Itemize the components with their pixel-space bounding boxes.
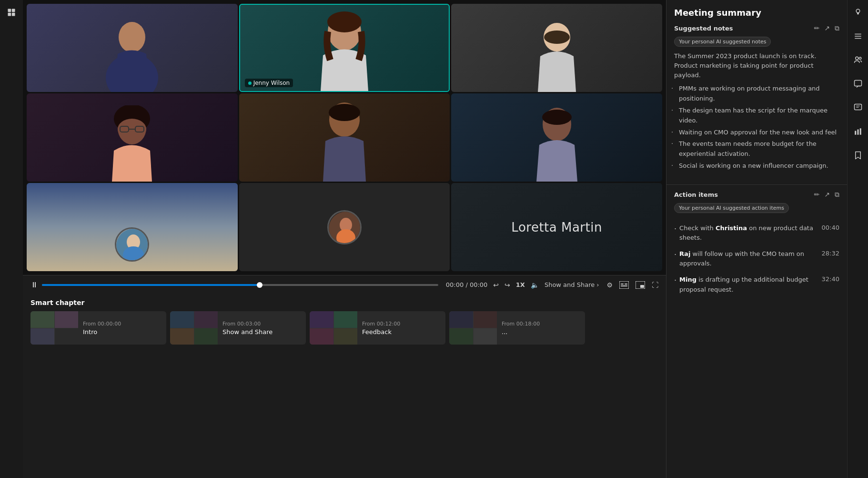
svg-rect-2 [8,13,11,16]
bullet-2: · [674,249,676,259]
bullet-3: · [674,275,676,285]
panel-header: Meeting summary Suggested notes ✏️ ↗ ⧉ [666,0,847,36]
people-icon[interactable] [851,53,865,67]
svg-rect-46 [859,128,861,135]
notes-bullets: PMMs are working on product messaging an… [666,84,847,173]
chapter-from-2: From 00:03:00 [222,321,301,327]
video-cell-6[interactable] [451,93,662,182]
edit-notes-icon[interactable]: ✏️ [814,24,820,32]
action-item-1-before: Check with [679,224,716,232]
svg-point-38 [855,57,858,60]
volume-icon[interactable]: 🔈 [531,281,539,289]
action-item-1-time: 00:40 [822,224,839,231]
grid-icon[interactable] [5,6,18,19]
show-share-label: Show and Share [545,281,595,288]
share-notes-icon[interactable]: ↗ [824,24,830,32]
show-share-button[interactable]: Show and Share › [545,281,599,288]
show-share-arrow: › [596,281,599,288]
panel-title: Meeting summary [674,8,839,18]
rewind-icon[interactable]: ↩ [493,281,499,289]
svg-rect-41 [854,104,861,110]
lightbulb-icon[interactable] [851,6,865,19]
question-icon[interactable] [851,101,865,114]
chapter-card-4[interactable]: From 00:18:00 ... [449,311,585,345]
suggested-notes-badge: Your personal AI suggested notes [674,37,771,47]
chapter-thumb-2 [170,311,218,345]
chapter-from-4: From 00:18:00 [502,321,580,327]
section-divider [666,184,847,185]
menu-icon[interactable] [851,30,865,43]
fullscreen-icon[interactable]: ⛶ [652,281,658,289]
svg-point-18 [329,104,360,121]
action-items-badge: Your personal AI suggested action items [674,203,789,213]
settings-icon[interactable]: ⚙ [606,281,613,289]
chapter-info-2: From 00:03:00 Show and Share [218,317,306,339]
controls-bar: ⏸ 00:00 / 00:00 ↩ ↪ 1X 🔈 Show and Share … [23,275,666,294]
video-cell-4[interactable] [27,93,238,182]
svg-point-33 [856,9,860,13]
svg-rect-29 [625,284,627,285]
edit-actions-icon[interactable]: ✏️ [814,191,820,199]
left-sidebar [0,0,23,478]
right-sidebar [847,0,868,478]
video-grid: Jenny Wilson [23,0,666,275]
action-item-2-time: 28:32 [822,249,839,257]
time-display: 00:00 / 00:00 [446,281,488,288]
svg-point-20 [542,110,572,125]
chapter-name-4: ... [502,328,580,336]
pip-icon[interactable] [636,281,645,289]
speed-control[interactable]: 1X [516,281,525,288]
chapter-from-3: From 00:12:00 [362,321,441,327]
action-items-header: Action items ✏️ ↗ ⧉ [674,191,839,199]
video-cell-7[interactable] [27,183,238,271]
suggested-notes-header: Suggested notes ✏️ ↗ ⧉ [674,24,839,32]
copy-notes-icon[interactable]: ⧉ [835,24,839,32]
share-actions-icon[interactable]: ↗ [824,191,830,199]
participant-label-jenny: Jenny Wilson [245,79,293,87]
copy-actions-icon[interactable]: ⧉ [835,191,839,199]
svg-rect-27 [619,281,629,289]
participant-name-loretta: Loretta Martin [511,220,602,234]
video-cell-8[interactable] [239,183,450,271]
chapter-card-1[interactable]: From 00:00:00 Intro [30,311,166,345]
chapter-card-2[interactable]: From 00:03:00 Show and Share [170,311,306,345]
action-items-section: Action items ✏️ ↗ ⧉ Your personal AI sug… [666,191,847,301]
chat-bubble-icon[interactable] [851,77,865,91]
svg-rect-40 [854,81,861,86]
notes-intro-text: The Summer 2023 product launch is on tra… [666,51,847,80]
action-item-2-bold: Raj [679,250,690,257]
video-cell-3[interactable] [451,4,662,92]
progress-bar[interactable] [42,284,438,286]
video-cell-loretta-martin[interactable]: Loretta Martin [451,183,662,271]
forward-icon[interactable]: ↪ [505,281,510,289]
pause-button[interactable]: ⏸ [30,280,38,289]
chart-bar-icon[interactable] [851,125,865,138]
chapter-name-3: Feedback [362,328,441,336]
svg-rect-30 [621,285,627,286]
chapter-info-1: From 00:00:00 Intro [78,317,166,339]
video-cell-1[interactable] [27,4,238,92]
svg-rect-44 [855,131,856,135]
notes-bullet-1: PMMs are working on product messaging an… [677,84,839,104]
action-item-3-after: is drafting up the additional budget pro… [679,276,808,293]
notes-bullet-4: The events team needs more budget for th… [677,139,839,159]
svg-point-10 [544,31,570,44]
captions-icon[interactable] [619,281,629,289]
main-content: Jenny Wilson [23,0,666,478]
action-item-3-time: 32:40 [822,275,839,283]
chapter-thumb-4 [449,311,497,345]
chapter-card-3[interactable]: From 00:12:00 Feedback [310,311,445,345]
action-item-3-bold: Ming [679,276,696,283]
chapter-info-4: From 00:18:00 ... [497,317,585,339]
suggested-notes-actions: ✏️ ↗ ⧉ [814,24,839,32]
bullet-1: · [674,224,676,234]
video-cell-jenny-wilson[interactable]: Jenny Wilson [239,4,450,92]
action-item-2-content: Raj will follow up with the CMO team on … [679,249,821,268]
bookmark-icon[interactable] [851,149,865,162]
progress-container: ⏸ [30,280,438,289]
progress-fill [42,284,260,286]
action-item-1-bold: Christina [716,224,747,232]
video-cell-5[interactable] [239,93,450,182]
progress-thumb[interactable] [257,282,262,288]
notes-bullet-2: The design team has the script for the m… [677,106,839,126]
